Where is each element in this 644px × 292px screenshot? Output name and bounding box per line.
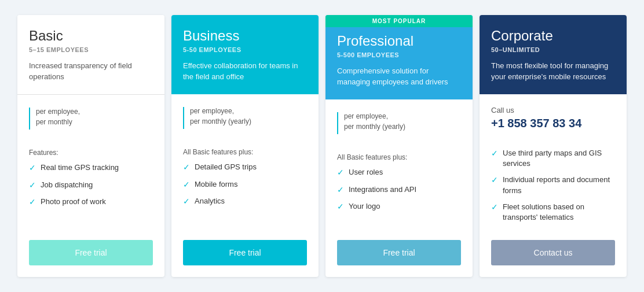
list-item: ✓ Integrations and API — [337, 184, 461, 196]
plan-employees-business: 5-50 EMPLOYEES — [183, 46, 307, 53]
feature-list-business: ✓ Detailed GPS trips ✓ Mobile forms ✓ An… — [183, 162, 307, 228]
price-divider-business — [183, 107, 184, 129]
plan-body-business: per employee,per monthly (yearly) All Ba… — [171, 94, 319, 277]
features-label-professional: All Basic features plus: — [337, 153, 461, 161]
list-item: ✓ Real time GPS tracking — [29, 162, 153, 174]
plan-card-basic: Basic 5–15 EMPLOYEES Increased transpare… — [17, 15, 164, 277]
plan-description-professional: Comprehensive solution for managing empl… — [337, 65, 461, 88]
check-icon: ✓ — [29, 197, 36, 208]
plan-name-basic: Basic — [29, 28, 153, 44]
feature-text: Job dispatching — [41, 180, 93, 190]
plan-header-business: Business 5-50 EMPLOYEES Effective collab… — [171, 15, 319, 94]
feature-text: User roles — [349, 167, 383, 178]
plan-card-corporate: Corporate 50–UNLIMITED The most flexible… — [480, 15, 627, 277]
price-divider-professional — [337, 112, 338, 134]
feature-text: Detailed GPS trips — [195, 162, 257, 172]
check-icon: ✓ — [337, 167, 344, 179]
price-text-basic: per employee,per monthly — [36, 106, 80, 127]
plan-card-professional: MOST POPULAR Professional 5-500 EMPLOYEE… — [325, 15, 473, 277]
list-item: ✓ Your logo — [337, 201, 461, 213]
features-label-basic: Features: — [29, 149, 153, 157]
contact-us-button-corporate[interactable]: Contact us — [491, 240, 615, 265]
price-section-professional: per employee,per monthly (yearly) — [337, 111, 461, 143]
price-text-professional: per employee,per monthly (yearly) — [344, 111, 405, 132]
free-trial-button-business[interactable]: Free trial — [183, 240, 307, 265]
list-item: ✓ Individual reports and document forms — [491, 175, 615, 195]
price-text-business: per employee,per monthly (yearly) — [190, 106, 251, 127]
list-item: ✓ Mobile forms — [183, 179, 307, 191]
plan-body-basic: per employee,per monthly Features: ✓ Rea… — [17, 95, 164, 277]
plan-description-corporate: The most flexible tool for managing your… — [491, 60, 615, 83]
check-icon: ✓ — [491, 148, 498, 160]
most-popular-badge: MOST POPULAR — [325, 15, 473, 27]
plan-header-basic: Basic 5–15 EMPLOYEES Increased transpare… — [17, 15, 164, 95]
plan-employees-professional: 5-500 EMPLOYEES — [337, 51, 461, 58]
free-trial-button-basic[interactable]: Free trial — [29, 240, 153, 265]
feature-list-basic: ✓ Real time GPS tracking ✓ Job dispatchi… — [29, 162, 153, 228]
feature-text: Integrations and API — [349, 184, 416, 195]
list-item: ✓ Use third party maps and GIS services — [491, 148, 615, 169]
feature-text: Individual reports and document forms — [503, 175, 615, 195]
feature-text: Fleet solutions based on transports' tel… — [503, 202, 615, 223]
feature-list-professional: ✓ User roles ✓ Integrations and API ✓ Yo… — [337, 167, 461, 228]
price-section-corporate: Call us +1 858 357 83 34 — [491, 106, 615, 138]
plan-employees-corporate: 50–UNLIMITED — [491, 46, 615, 53]
list-item: ✓ Job dispatching — [29, 180, 153, 191]
check-icon: ✓ — [337, 184, 344, 196]
plan-body-professional: per employee,per monthly (yearly) All Ba… — [325, 99, 473, 277]
feature-text: Photo proof of work — [41, 197, 106, 207]
feature-list-corporate: ✓ Use third party maps and GIS services … — [491, 148, 615, 228]
check-icon: ✓ — [183, 196, 190, 208]
plan-card-business: Business 5-50 EMPLOYEES Effective collab… — [171, 15, 319, 277]
check-icon: ✓ — [183, 179, 190, 191]
check-icon: ✓ — [491, 202, 498, 213]
feature-text: Your logo — [349, 201, 380, 212]
list-item: ✓ User roles — [337, 167, 461, 179]
price-divider-basic — [29, 108, 30, 130]
phone-number: +1 858 357 83 34 — [491, 117, 615, 130]
list-item: ✓ Analytics — [183, 196, 307, 208]
check-icon: ✓ — [491, 175, 498, 186]
price-section-basic: per employee,per monthly — [29, 106, 153, 138]
feature-text: Mobile forms — [195, 179, 237, 190]
plan-description-business: Effective collaboration for teams in the… — [183, 60, 307, 83]
feature-text: Real time GPS tracking — [41, 162, 119, 173]
plan-header-professional: MOST POPULAR Professional 5-500 EMPLOYEE… — [325, 15, 473, 99]
pricing-container: Basic 5–15 EMPLOYEES Increased transpare… — [6, 9, 638, 283]
features-label-business: All Basic features plus: — [183, 148, 307, 156]
call-us-label: Call us — [491, 106, 615, 114]
price-section-business: per employee,per monthly (yearly) — [183, 106, 307, 138]
plan-name-professional: Professional — [337, 33, 461, 49]
check-icon: ✓ — [29, 180, 36, 191]
list-item: ✓ Photo proof of work — [29, 197, 153, 208]
feature-text: Use third party maps and GIS services — [503, 148, 615, 169]
list-item: ✓ Detailed GPS trips — [183, 162, 307, 173]
feature-text: Analytics — [195, 196, 225, 206]
list-item: ✓ Fleet solutions based on transports' t… — [491, 202, 615, 223]
plan-body-corporate: Call us +1 858 357 83 34 ✓ Use third par… — [480, 94, 627, 277]
plan-header-corporate: Corporate 50–UNLIMITED The most flexible… — [480, 15, 627, 94]
plan-name-corporate: Corporate — [491, 28, 615, 44]
plan-name-business: Business — [183, 28, 307, 44]
free-trial-button-professional[interactable]: Free trial — [337, 240, 461, 265]
plan-description-basic: Increased transparency of field operatio… — [29, 60, 153, 83]
check-icon: ✓ — [337, 201, 344, 213]
check-icon: ✓ — [29, 162, 36, 174]
plan-employees-basic: 5–15 EMPLOYEES — [29, 46, 153, 53]
check-icon: ✓ — [183, 162, 190, 173]
